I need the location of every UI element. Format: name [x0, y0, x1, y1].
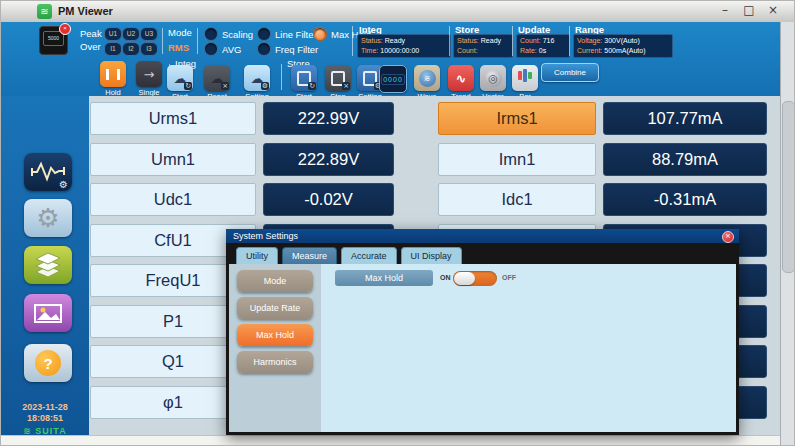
device-icon[interactable]: 5000 × [39, 26, 68, 55]
measurement-label-cell[interactable]: Urms1 [90, 102, 256, 135]
dialog-body: Mode Update Rate Max Hold Harmonics Max … [229, 264, 736, 432]
pm-viewer-window: ≋ PM Viewer – □ × 5000 × PeakOver U1 U2 … [0, 0, 795, 446]
dialog-tabs: Utility Measure Accurate UI Display [236, 247, 462, 265]
trend-icon: ∿ [456, 71, 467, 86]
sidebar-layers-button[interactable] [24, 246, 72, 284]
measurement-row: Umn1 222.89V Imn1 88.79mA [89, 143, 780, 176]
indicator-line-filter[interactable]: Line Filter [257, 27, 317, 41]
measurement-row: Udc1 -0.02V Idc1 -0.31mA [89, 183, 780, 216]
dialog-content: Max Hold ON OFF [321, 264, 736, 432]
tab-ui-display[interactable]: UI Display [401, 247, 462, 265]
divider [512, 26, 513, 56]
image-capture-icon [32, 301, 64, 325]
divider [281, 64, 282, 90]
dialog-side-panel: Mode Update Rate Max Hold Harmonics [229, 264, 321, 432]
wave-icon: ≋ [419, 70, 436, 87]
dialog-title: System Settings [233, 231, 298, 241]
store-status-box: StatusReady Count [453, 34, 513, 58]
mode-value: RMS [168, 42, 189, 53]
dialog-side-button-update-rate[interactable]: Update Rate [237, 297, 313, 319]
update-status-box: Count716 Rate0s [516, 34, 570, 58]
measurement-value-cell: 222.89V [263, 143, 394, 176]
layers-icon [32, 252, 64, 278]
gear-icon: ⚙ [59, 179, 68, 190]
dialog-side-button-mode[interactable]: Mode [237, 270, 313, 292]
vector-icon: ◎ [485, 70, 502, 87]
toggle-off-label: OFF [502, 274, 516, 281]
measurement-label-cell[interactable]: Umn1 [90, 143, 256, 176]
indicator-dot [257, 27, 271, 41]
numeric-display-icon: 0000 [381, 74, 405, 85]
integ-status-box: StatusReady Time10000:00:00 [357, 34, 451, 58]
measurement-value-cell: 107.77mA [603, 102, 767, 135]
x-icon: × [342, 82, 350, 90]
peak-over-u3: U3 [140, 27, 158, 41]
window-title: PM Viewer [58, 5, 113, 17]
divider [162, 28, 163, 54]
indicator-freq-filter[interactable]: Freq Filter [257, 42, 318, 56]
max-hold-toggle[interactable] [453, 271, 497, 286]
peak-over-u2: U2 [122, 27, 140, 41]
indicator-scaling[interactable]: Scaling [204, 27, 253, 41]
peak-over-label: PeakOver [80, 27, 102, 53]
toggle-knob [454, 272, 475, 285]
window-titlebar: ≋ PM Viewer – □ × [1, 1, 794, 23]
sidebar-measure-settings-button[interactable]: ⚙ [24, 153, 72, 191]
dialog-side-button-harmonics[interactable]: Harmonics [237, 351, 313, 373]
disconnected-badge-icon: × [59, 23, 71, 35]
indicator-dot [257, 42, 271, 56]
tab-utility[interactable]: Utility [236, 247, 278, 265]
arrow-icon: → [144, 67, 155, 82]
measurement-label-cell[interactable]: Udc1 [90, 183, 256, 216]
indicator-dot [204, 42, 218, 56]
help-icon: ? [35, 350, 61, 376]
range-status-box: Voltage300V(Auto) Current500mA(Auto) [573, 34, 673, 58]
tab-accurate[interactable]: Accurate [341, 247, 397, 265]
dialog-close-button[interactable]: × [722, 231, 734, 243]
tab-measure[interactable]: Measure [282, 247, 337, 265]
hold-button[interactable]: Hold [93, 61, 133, 97]
peak-over-u1: U1 [104, 27, 122, 41]
sidebar-screenshot-button[interactable] [24, 294, 72, 332]
status-date: 2023-11-28 [1, 402, 89, 412]
gear-icon: ⚙ [261, 82, 269, 90]
peak-over-i1: I1 [104, 42, 122, 56]
measurement-label-cell-selected[interactable]: Irms1 [438, 102, 596, 135]
bottom-strip [1, 435, 780, 446]
sidebar: ⚙ ⚙ ? 2023-11-28 18:08:51 ≋ SUITA [1, 96, 89, 435]
divider [352, 26, 353, 56]
sidebar-settings-button[interactable]: ⚙ [24, 199, 72, 237]
toggle-on-label: ON [440, 274, 451, 281]
pause-icon [106, 69, 120, 80]
minimize-button[interactable]: – [718, 3, 732, 17]
toolbar: 5000 × PeakOver U1 U2 U3 I1 I2 I3 Mode R… [1, 22, 780, 98]
measurement-row: Urms1 222.99V Irms1 107.77mA [89, 102, 780, 135]
divider [449, 26, 450, 56]
combine-button[interactable]: Combine [541, 63, 599, 82]
gear-icon: ⚙ [36, 203, 59, 233]
indicator-dot [204, 27, 218, 41]
scrollbar[interactable] [782, 101, 795, 273]
app-icon: ≋ [37, 4, 52, 19]
bar-chart-icon [512, 65, 538, 91]
status-time: 18:08:51 [1, 413, 89, 423]
maximize-button[interactable]: □ [742, 3, 756, 17]
x-icon: × [221, 82, 229, 90]
refresh-icon: ↻ [308, 82, 316, 90]
dialog-frame: Utility Measure Accurate UI Display Mode… [226, 243, 739, 435]
refresh-icon: ↻ [184, 82, 192, 90]
peak-over-i3: I3 [140, 42, 158, 56]
measurement-label-cell[interactable]: Imn1 [438, 143, 596, 176]
mode-label: Mode [168, 27, 192, 38]
sidebar-help-button[interactable]: ? [24, 344, 72, 382]
max-hold-setting-label: Max Hold [335, 270, 433, 286]
peak-over-i2: I2 [122, 42, 140, 56]
dialog-side-button-max-hold[interactable]: Max Hold [237, 324, 313, 346]
measurement-value-cell: 88.79mA [603, 143, 767, 176]
indicator-avg[interactable]: AVG [204, 42, 241, 56]
divider [197, 28, 198, 54]
measurement-value-cell: -0.31mA [603, 183, 767, 216]
divider [569, 26, 570, 56]
measurement-label-cell[interactable]: Idc1 [438, 183, 596, 216]
close-button[interactable]: × [766, 3, 780, 17]
